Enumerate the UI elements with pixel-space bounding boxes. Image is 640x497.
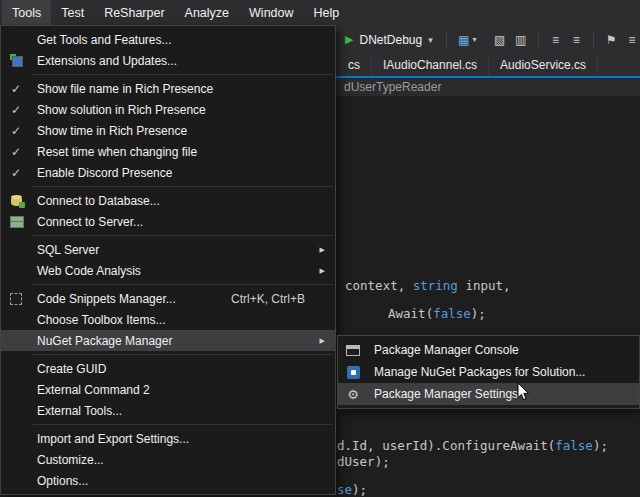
menu-item-connect-to-database[interactable]: Connect to Database... (1, 190, 335, 211)
checkmark-icon: ✓ (1, 82, 31, 96)
nuget-submenu: Package Manager Console Manage NuGet Pac… (337, 335, 640, 409)
code-line: d.Id, userId).ConfigureAwait(false); (337, 438, 608, 453)
code-token: dUser); (337, 454, 390, 469)
menu-item-show-solution-rich-presence[interactable]: ✓ Show solution in Rich Presence (1, 99, 335, 120)
menu-item-reset-time-when-changing-file[interactable]: ✓ Reset time when changing file (1, 141, 335, 162)
extensions-icon (1, 54, 31, 67)
code-token: string (413, 278, 458, 293)
menu-item-label: External Command 2 (31, 383, 335, 397)
menubar: Tools Test ReSharper Analyze Window Help (0, 0, 640, 25)
menu-item-label: Package Manager Console (368, 343, 639, 357)
menu-item-label: Choose Toolbox Items... (31, 313, 335, 327)
toolbar-separator (446, 32, 447, 48)
checkmark-icon: ✓ (1, 145, 31, 159)
menu-item-code-snippets-manager[interactable]: Code Snippets Manager... Ctrl+K, Ctrl+B (1, 288, 335, 309)
menu-separator (33, 186, 333, 187)
menu-item-choose-toolbox-items[interactable]: Choose Toolbox Items... (1, 309, 335, 330)
menu-item-label: Show solution in Rich Presence (31, 103, 335, 117)
code-line: Await(false); (388, 306, 486, 321)
menu-item-get-tools-and-features[interactable]: Get Tools and Features... (1, 29, 335, 50)
checkmark-icon: ✓ (1, 124, 31, 138)
start-debug-button[interactable]: ▶ DNetDebug ▾ (341, 31, 437, 49)
task-list-icon[interactable]: ≡ (624, 33, 640, 47)
tools-menu: Get Tools and Features... Extensions and… (0, 25, 336, 495)
toolbar-separator (593, 32, 594, 48)
menu-item-options[interactable]: Options... (1, 470, 335, 491)
server-icon (1, 216, 31, 228)
menu-item-label: NuGet Package Manager (31, 334, 335, 348)
database-icon (1, 196, 31, 206)
menu-item-label: Web Code Analysis (31, 264, 335, 278)
navigation-type-label: dUserTypeReader (344, 80, 441, 94)
menubar-item-test[interactable]: Test (51, 0, 94, 25)
menu-separator (33, 235, 333, 236)
code-line: dUser); (337, 454, 390, 469)
menu-item-show-file-name-rich-presence[interactable]: ✓ Show file name in Rich Presence (1, 78, 335, 99)
menu-item-sql-server[interactable]: SQL Server ▶ (1, 239, 335, 260)
menu-item-label: Create GUID (31, 362, 335, 376)
submenu-arrow-icon: ▶ (320, 267, 325, 275)
menu-item-label: Connect to Server... (31, 215, 335, 229)
play-icon: ▶ (345, 33, 353, 46)
submenu-arrow-icon: ▶ (320, 246, 325, 254)
menu-item-label: Extensions and Updates... (31, 54, 335, 68)
indent-increase-icon[interactable]: ≡ (568, 33, 584, 47)
code-line: se); (337, 482, 367, 497)
menu-item-label: Enable Discord Presence (31, 166, 335, 180)
menu-item-label: SQL Server (31, 243, 335, 257)
code-token: false (433, 306, 471, 321)
attach-to-process-icon[interactable]: ▦ (456, 33, 472, 47)
tab-iaudiochannel[interactable]: IAudioChannel.cs (372, 54, 489, 76)
menubar-item-resharper[interactable]: ReSharper (94, 0, 174, 25)
code-token: d.Id, userId).ConfigureAwait( (337, 438, 555, 453)
menu-item-label: Show file name in Rich Presence (31, 82, 335, 96)
menu-item-customize[interactable]: Customize... (1, 449, 335, 470)
snippets-icon (1, 293, 31, 305)
menu-item-show-time-rich-presence[interactable]: ✓ Show time in Rich Presence (1, 120, 335, 141)
menu-item-enable-discord-presence[interactable]: ✓ Enable Discord Presence (1, 162, 335, 183)
menu-item-label: Code Snippets Manager... (31, 292, 231, 306)
menu-item-create-guid[interactable]: Create GUID (1, 358, 335, 379)
menubar-item-tools[interactable]: Tools (2, 0, 51, 25)
menu-item-package-manager-settings[interactable]: ⚙ Package Manager Settings (338, 383, 639, 405)
menu-item-label: External Tools... (31, 404, 335, 418)
code-line: context, string input, (345, 278, 511, 293)
code-token: input, (458, 278, 511, 293)
menu-item-label: Reset time when changing file (31, 145, 335, 159)
menu-item-manage-nuget-packages[interactable]: Manage NuGet Packages for Solution... (338, 361, 639, 383)
code-token: ); (593, 438, 608, 453)
menu-item-package-manager-console[interactable]: Package Manager Console (338, 339, 639, 361)
tab-partial[interactable]: cs (337, 54, 372, 76)
code-token: false (555, 438, 593, 453)
menubar-item-analyze[interactable]: Analyze (175, 0, 239, 25)
menu-item-nuget-package-manager[interactable]: NuGet Package Manager ▶ (1, 330, 335, 351)
menu-item-external-tools[interactable]: External Tools... (1, 400, 335, 421)
submenu-arrow-icon: ▶ (320, 337, 325, 345)
menu-separator (33, 354, 333, 355)
menu-separator (33, 74, 333, 75)
menu-item-label: Import and Export Settings... (31, 432, 335, 446)
menu-separator (33, 284, 333, 285)
open-file-icon[interactable]: ▧ (492, 33, 508, 47)
menu-item-label: Show time in Rich Presence (31, 124, 335, 138)
chevron-down-icon[interactable]: ▾ (473, 35, 477, 44)
menu-item-label: Package Manager Settings (368, 387, 639, 401)
menubar-item-window[interactable]: Window (239, 0, 303, 25)
copy-icon[interactable]: ▥ (513, 33, 529, 47)
indent-decrease-icon[interactable]: ≡ (548, 33, 564, 47)
code-token: context, (345, 278, 413, 293)
menu-item-shortcut: Ctrl+K, Ctrl+B (231, 292, 335, 306)
checkmark-icon: ✓ (1, 103, 31, 117)
package-icon (338, 366, 368, 379)
menu-item-web-code-analysis[interactable]: Web Code Analysis ▶ (1, 260, 335, 281)
bookmark-icon[interactable]: ⚑ (603, 33, 619, 47)
chevron-down-icon[interactable]: ▾ (428, 35, 433, 45)
code-token: ); (352, 482, 367, 497)
tab-audioservice[interactable]: AudioService.cs (489, 54, 598, 76)
menu-item-external-command-2[interactable]: External Command 2 (1, 379, 335, 400)
menu-item-import-export-settings[interactable]: Import and Export Settings... (1, 428, 335, 449)
checkmark-icon: ✓ (1, 166, 31, 180)
menu-item-extensions-and-updates[interactable]: Extensions and Updates... (1, 50, 335, 71)
menubar-item-help[interactable]: Help (304, 0, 350, 25)
menu-item-connect-to-server[interactable]: Connect to Server... (1, 211, 335, 232)
